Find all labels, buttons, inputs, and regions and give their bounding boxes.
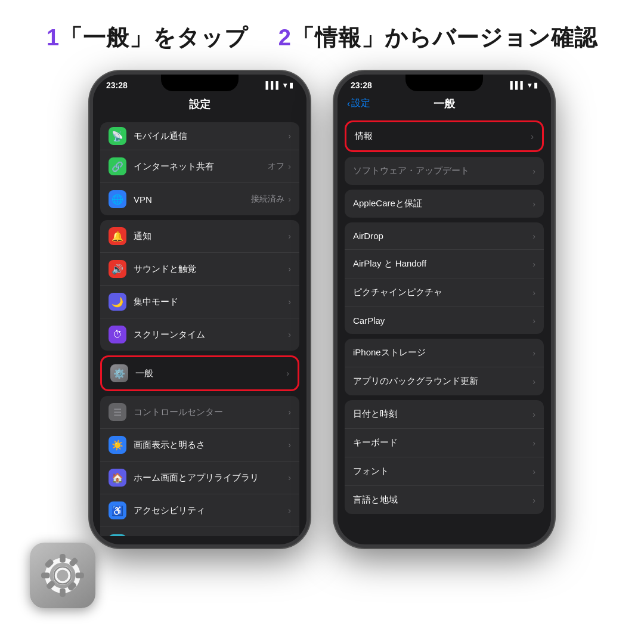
wifi-icon-2: ▾ bbox=[528, 81, 531, 89]
item-storage[interactable]: iPhoneストレージ › bbox=[345, 339, 544, 367]
svg-rect-4 bbox=[41, 572, 49, 578]
item-carplay[interactable]: CarPlay › bbox=[345, 307, 544, 334]
item-pip[interactable]: ピクチャインピクチャ › bbox=[345, 278, 544, 307]
focus-icon: 🌙 bbox=[109, 293, 126, 311]
item-screentime[interactable]: ⏱ スクリーンタイム › bbox=[100, 318, 299, 351]
item-applecare[interactable]: AppleCareと保証 › bbox=[345, 190, 544, 218]
notch-2 bbox=[405, 75, 483, 91]
section-2-4: AirDrop › AirPlay と Handoff › ピクチャインピクチャ… bbox=[345, 222, 544, 334]
signal-icon: ▌▌▌ bbox=[265, 81, 281, 89]
section-2-2: ソフトウェア・アップデート › bbox=[345, 157, 544, 185]
item-notifications[interactable]: 🔔 通知 › bbox=[100, 220, 299, 253]
highlight-info: 情報 › bbox=[345, 120, 544, 152]
item-accessibility[interactable]: ♿ アクセシビリティ › bbox=[100, 494, 299, 527]
wallpaper-icon: 🖼 bbox=[109, 534, 126, 536]
display-icon: ☀️ bbox=[109, 436, 126, 454]
item-keyboard[interactable]: キーボード › bbox=[345, 429, 544, 457]
battery-icon: ▮ bbox=[289, 81, 293, 89]
item-hotspot[interactable]: 🔗 インターネット共有 オフ › bbox=[100, 150, 299, 183]
time-1: 23:28 bbox=[106, 80, 128, 90]
section-2-3: AppleCareと保証 › bbox=[345, 190, 544, 218]
screentime-icon: ⏱ bbox=[109, 326, 126, 343]
access-icon: ♿ bbox=[109, 501, 126, 519]
item-sound[interactable]: 🔊 サウンドと触覚 › bbox=[100, 253, 299, 286]
svg-rect-3 bbox=[60, 589, 66, 597]
phones-container: 23:28 ▌▌▌ ▾ ▮ 設定 📡 モバイル通信 › 🔗 インターネット共有 … bbox=[0, 65, 644, 548]
svg-rect-5 bbox=[76, 572, 84, 578]
time-2: 23:28 bbox=[351, 80, 372, 90]
gear-svg bbox=[39, 552, 86, 599]
item-software-update[interactable]: ソフトウェア・アップデート › bbox=[345, 157, 544, 185]
item-homescreen[interactable]: 🏠 ホーム画面とアプリライブラリ › bbox=[100, 462, 299, 494]
vpn-icon: 🌐 bbox=[109, 190, 126, 208]
section-2-5: iPhoneストレージ › アプリのバックグラウンド更新 › bbox=[345, 339, 544, 395]
item-fonts[interactable]: フォント › bbox=[345, 457, 544, 486]
nav-title-1: 設定 bbox=[93, 92, 306, 117]
item-wallpaper[interactable]: 🖼 壁紙 › bbox=[100, 527, 299, 536]
settings-app-icon bbox=[30, 543, 95, 608]
item-focus[interactable]: 🌙 集中モード › bbox=[100, 286, 299, 318]
notch bbox=[161, 75, 239, 91]
highlight-general: ⚙️ 一般 › bbox=[100, 355, 299, 391]
signal-icon-2: ▌▌▌ bbox=[510, 81, 525, 89]
wifi-icon: ▾ bbox=[283, 81, 287, 89]
battery-icon-2: ▮ bbox=[534, 81, 538, 89]
status-icons-1: ▌▌▌ ▾ ▮ bbox=[265, 81, 293, 89]
screen-2: ‹ 設定 一般 情報 › ソフトウェア・アップデート › bbox=[338, 92, 551, 536]
page-title: 1「一般」をタップ 2「情報」からバージョン確認 bbox=[0, 0, 644, 65]
item-mobile[interactable]: 📡 モバイル通信 › bbox=[100, 122, 299, 150]
item-control-center[interactable]: ☰ コントロールセンター › bbox=[100, 396, 299, 429]
item-airplay[interactable]: AirPlay と Handoff › bbox=[345, 250, 544, 278]
svg-point-11 bbox=[57, 569, 68, 581]
nav-title-2: 一般 bbox=[434, 97, 455, 111]
item-datetime[interactable]: 日付と時刻 › bbox=[345, 400, 544, 429]
item-general[interactable]: ⚙️ 一般 › bbox=[102, 357, 298, 389]
home-icon: 🏠 bbox=[109, 469, 126, 487]
phone1: 23:28 ▌▌▌ ▾ ▮ 設定 📡 モバイル通信 › 🔗 インターネット共有 … bbox=[89, 71, 310, 548]
item-bg-refresh[interactable]: アプリのバックグラウンド更新 › bbox=[345, 367, 544, 395]
item-airdrop[interactable]: AirDrop › bbox=[345, 222, 544, 250]
cc-icon: ☰ bbox=[109, 403, 126, 421]
hotspot-icon: 🔗 bbox=[109, 157, 126, 175]
back-button[interactable]: ‹ 設定 bbox=[347, 97, 370, 110]
section-1-4: ☰ コントロールセンター › ☀️ 画面表示と明るさ › 🏠 ホーム画面とアプリ… bbox=[100, 396, 299, 536]
item-language[interactable]: 言語と地域 › bbox=[345, 486, 544, 514]
item-vpn[interactable]: 🌐 VPN 接続済み › bbox=[100, 183, 299, 215]
section-1-1: 📡 モバイル通信 › 🔗 インターネット共有 オフ › 🌐 VPN 接続済み › bbox=[100, 122, 299, 215]
notif-icon: 🔔 bbox=[109, 227, 126, 245]
screen-1: 設定 📡 モバイル通信 › 🔗 インターネット共有 オフ › 🌐 VPN bbox=[93, 92, 306, 536]
sound-icon: 🔊 bbox=[109, 260, 126, 278]
section-1-2: 🔔 通知 › 🔊 サウンドと触覚 › 🌙 集中モード › ⏱ スクリーンタイム bbox=[100, 220, 299, 351]
section-2-6: 日付と時刻 › キーボード › フォント › 言語と地域 › bbox=[345, 400, 544, 514]
item-info[interactable]: 情報 › bbox=[346, 122, 542, 150]
item-display[interactable]: ☀️ 画面表示と明るさ › bbox=[100, 429, 299, 462]
phone2: 23:28 ▌▌▌ ▾ ▮ ‹ 設定 一般 情報 › bbox=[334, 71, 555, 548]
general-icon: ⚙️ bbox=[110, 364, 128, 382]
mobile-icon: 📡 bbox=[109, 127, 126, 145]
nav-bar-2: ‹ 設定 一般 bbox=[338, 92, 551, 116]
svg-rect-2 bbox=[60, 554, 66, 562]
status-icons-2: ▌▌▌ ▾ ▮ bbox=[510, 81, 538, 89]
